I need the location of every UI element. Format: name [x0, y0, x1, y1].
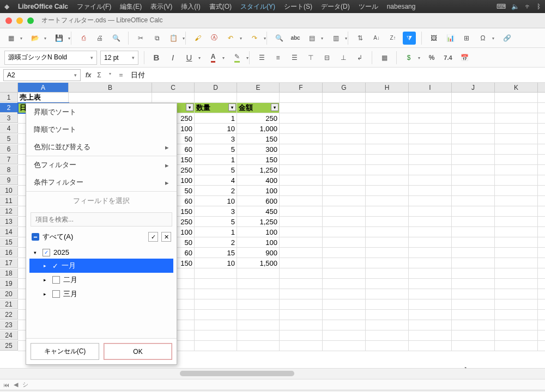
cell[interactable] [409, 320, 452, 330]
cell[interactable] [366, 341, 409, 351]
cell[interactable] [280, 248, 323, 258]
cell[interactable] [280, 186, 323, 196]
cell[interactable]: 10 [195, 258, 237, 268]
cell[interactable] [280, 155, 323, 165]
cell[interactable] [452, 299, 495, 310]
expand-icon[interactable]: ▾ [34, 250, 39, 255]
wrap-text-icon[interactable]: ↲ [353, 51, 366, 64]
cell[interactable] [409, 258, 452, 268]
cell[interactable] [323, 186, 366, 196]
bold-icon[interactable]: B [150, 51, 163, 64]
cell[interactable] [409, 227, 452, 237]
cell[interactable]: 600 [237, 196, 280, 206]
cell[interactable] [495, 103, 538, 113]
row-header[interactable]: 5 [0, 134, 18, 144]
first-sheet-icon[interactable]: ⏮ [3, 382, 9, 388]
cell[interactable]: 5 [195, 217, 237, 227]
cell[interactable] [366, 134, 409, 144]
cell[interactable] [409, 196, 452, 206]
cell[interactable] [323, 124, 366, 134]
cell[interactable] [195, 93, 237, 103]
cell[interactable] [366, 248, 409, 258]
tree-node-month-2[interactable]: ▸ 二月 [29, 273, 173, 287]
row-header[interactable]: 18 [0, 268, 18, 278]
cell[interactable] [409, 103, 452, 113]
open-icon[interactable]: 📂▾ [28, 32, 41, 45]
cell[interactable]: 900 [237, 248, 280, 258]
percent-icon[interactable]: % [425, 51, 438, 64]
cell[interactable] [323, 320, 366, 330]
row-header[interactable]: 19 [0, 279, 18, 289]
cell[interactable] [409, 299, 452, 310]
cell[interactable] [323, 206, 366, 217]
cell[interactable]: 1 [195, 155, 237, 165]
tree-node-month-3[interactable]: ▸ 三月 [29, 287, 173, 301]
cell[interactable] [237, 289, 280, 299]
cell[interactable] [366, 268, 409, 279]
select-all-toggle[interactable]: ━ [32, 233, 39, 241]
date-format-icon[interactable]: 📅 [458, 51, 471, 64]
cell[interactable] [452, 258, 495, 268]
find-replace-icon[interactable]: 🔍 [272, 32, 286, 45]
cell[interactable]: 10 [195, 124, 237, 134]
cell[interactable] [280, 134, 323, 144]
cell[interactable] [495, 93, 538, 103]
cell[interactable]: 400 [237, 175, 280, 186]
horizontal-scrollbar[interactable] [0, 368, 545, 379]
cell[interactable] [409, 175, 452, 186]
cell[interactable] [323, 113, 366, 124]
special-char-icon[interactable]: Ω▾ [476, 32, 489, 45]
align-center-icon[interactable]: ≡ [271, 51, 284, 64]
minimize-window-button[interactable] [16, 17, 23, 24]
cell[interactable] [409, 134, 452, 144]
sheet-tab[interactable]: シ [22, 381, 28, 389]
cell[interactable] [452, 124, 495, 134]
check-all-icon[interactable]: ✓ [148, 232, 158, 242]
name-box[interactable]: A2▾ [3, 69, 81, 81]
print-icon[interactable]: 🖨 [93, 32, 106, 45]
row-header[interactable]: 24 [0, 330, 18, 340]
cell[interactable] [195, 341, 237, 351]
cell[interactable] [237, 279, 280, 289]
ok-button[interactable]: OK [104, 343, 172, 360]
number-format-icon[interactable]: 7.4 [441, 51, 455, 64]
clone-formatting-icon[interactable]: 🖌 [191, 32, 204, 45]
row-header[interactable]: 20 [0, 289, 18, 299]
cell[interactable]: 2 [195, 237, 237, 248]
cell[interactable] [366, 258, 409, 268]
expand-icon[interactable]: ▸ [44, 277, 49, 283]
autofilter-icon[interactable]: ⧩ [403, 32, 416, 45]
cell[interactable] [237, 268, 280, 279]
cell[interactable] [452, 113, 495, 124]
cell[interactable]: 10 [195, 196, 237, 206]
cell[interactable] [195, 310, 237, 320]
cell[interactable] [323, 93, 366, 103]
row-header[interactable]: 4 [0, 124, 18, 133]
column-header[interactable]: F [280, 83, 323, 93]
cell[interactable] [409, 217, 452, 227]
cell[interactable] [452, 279, 495, 289]
font-color-icon[interactable]: A▾ [207, 51, 220, 64]
row-header[interactable]: 22 [0, 310, 18, 320]
cell[interactable] [452, 155, 495, 165]
cell[interactable] [495, 186, 538, 196]
row-header[interactable]: 6 [0, 144, 18, 154]
cell[interactable] [323, 341, 366, 351]
cell[interactable] [280, 217, 323, 227]
cell[interactable]: 15 [195, 248, 237, 258]
cell[interactable] [409, 310, 452, 320]
column-header[interactable]: C [152, 83, 195, 93]
cell[interactable] [452, 217, 495, 227]
cell[interactable] [409, 248, 452, 258]
align-right-icon[interactable]: ☰ [288, 51, 301, 64]
sort-icon[interactable]: Z↑ [386, 32, 399, 45]
row-header[interactable]: 25 [0, 341, 18, 351]
column-header[interactable]: E [237, 83, 280, 93]
cell[interactable] [495, 175, 538, 186]
cell[interactable]: 金額▾ [237, 103, 280, 113]
cell[interactable] [366, 175, 409, 186]
cell[interactable] [409, 268, 452, 279]
cell[interactable] [323, 103, 366, 113]
column-header[interactable]: H [366, 83, 409, 93]
sort-descending[interactable]: 降順でソート [26, 121, 177, 138]
